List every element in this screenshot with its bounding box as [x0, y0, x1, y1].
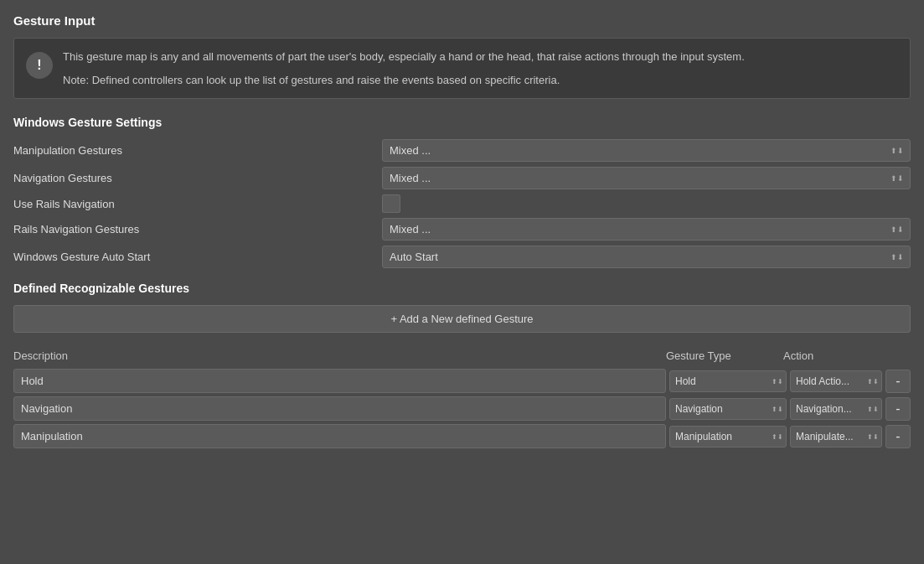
- remove-gesture-button-0[interactable]: -: [885, 370, 911, 393]
- gesture-rows-container: Hold Hold Hold Actio... - Navigation Nav…: [13, 369, 911, 448]
- rails-navigation-gestures-select[interactable]: Mixed ...: [382, 218, 911, 241]
- col-header-description: Description: [13, 349, 663, 362]
- windows-gesture-auto-start-control: Auto Start: [382, 246, 911, 268]
- gesture-action-select-1[interactable]: Navigation...: [790, 398, 882, 420]
- info-text: This gesture map is any and all movement…: [63, 49, 745, 88]
- navigation-gestures-select[interactable]: Mixed ...: [382, 167, 911, 189]
- gesture-type-dropdown-wrapper-1: Navigation: [669, 398, 787, 420]
- table-header: Description Gesture Type Action: [13, 346, 911, 365]
- navigation-gestures-label: Navigation Gestures: [13, 172, 382, 184]
- gesture-description-1: Navigation: [13, 396, 666, 421]
- defined-gestures-title: Defined Recognizable Gestures: [13, 282, 911, 295]
- info-line1: This gesture map is any and all movement…: [63, 49, 745, 65]
- use-rails-navigation-checkbox[interactable]: [382, 194, 400, 213]
- manipulation-gestures-control: Mixed ...: [382, 139, 911, 162]
- rails-navigation-gestures-row: Rails Navigation Gestures Mixed ...: [13, 218, 911, 241]
- manipulation-gestures-label: Manipulation Gestures: [13, 144, 382, 157]
- gesture-description-2: Manipulation: [13, 424, 666, 448]
- windows-gesture-auto-start-dropdown-wrapper: Auto Start: [382, 246, 911, 268]
- info-line2: Note: Defined controllers can look up th…: [63, 72, 745, 89]
- gesture-action-dropdown-wrapper-2: Manipulate...: [790, 426, 882, 448]
- gesture-action-dropdown-wrapper-0: Hold Actio...: [790, 370, 882, 392]
- use-rails-navigation-label: Use Rails Navigation: [13, 198, 382, 210]
- remove-gesture-button-2[interactable]: -: [885, 425, 911, 448]
- info-icon: !: [26, 52, 53, 79]
- gesture-type-select-0[interactable]: Hold: [669, 370, 787, 392]
- manipulation-gestures-select[interactable]: Mixed ...: [382, 139, 911, 162]
- windows-gesture-auto-start-label: Windows Gesture Auto Start: [13, 251, 382, 263]
- manipulation-gestures-dropdown-wrapper: Mixed ...: [382, 139, 911, 162]
- add-gesture-button[interactable]: + Add a New defined Gesture: [13, 305, 911, 333]
- page-title: Gesture Input: [13, 13, 911, 28]
- gesture-type-select-1[interactable]: Navigation: [669, 398, 787, 420]
- rails-navigation-gestures-control: Mixed ...: [382, 218, 911, 241]
- table-row: Manipulation Manipulation Manipulate... …: [13, 424, 911, 448]
- use-rails-navigation-control: [382, 194, 911, 213]
- gesture-type-dropdown-wrapper-0: Hold: [669, 370, 787, 392]
- col-header-gesture-type: Gesture Type: [663, 349, 780, 362]
- windows-gesture-auto-start-row: Windows Gesture Auto Start Auto Start: [13, 246, 911, 268]
- rails-navigation-gestures-dropdown-wrapper: Mixed ...: [382, 218, 911, 241]
- col-header-action: Action: [780, 349, 880, 362]
- gesture-type-select-2[interactable]: Manipulation: [669, 426, 787, 448]
- windows-gesture-settings-title: Windows Gesture Settings: [13, 116, 911, 129]
- info-box: ! This gesture map is any and all moveme…: [13, 38, 911, 99]
- navigation-gestures-dropdown-wrapper: Mixed ...: [382, 167, 911, 189]
- navigation-gestures-row: Navigation Gestures Mixed ...: [13, 167, 911, 189]
- manipulation-gestures-row: Manipulation Gestures Mixed ...: [13, 139, 911, 162]
- gesture-action-select-0[interactable]: Hold Actio...: [790, 370, 882, 392]
- table-row: Navigation Navigation Navigation... -: [13, 396, 911, 421]
- table-row: Hold Hold Hold Actio... -: [13, 369, 911, 393]
- windows-gesture-auto-start-select[interactable]: Auto Start: [382, 246, 911, 268]
- gesture-action-select-2[interactable]: Manipulate...: [790, 426, 882, 448]
- navigation-gestures-control: Mixed ...: [382, 167, 911, 189]
- gesture-action-dropdown-wrapper-1: Navigation...: [790, 398, 882, 420]
- use-rails-navigation-row: Use Rails Navigation: [13, 194, 911, 213]
- gesture-type-dropdown-wrapper-2: Manipulation: [669, 426, 787, 448]
- gesture-description-0: Hold: [13, 369, 666, 393]
- remove-gesture-button-1[interactable]: -: [885, 397, 911, 421]
- rails-navigation-gestures-label: Rails Navigation Gestures: [13, 223, 382, 235]
- main-container: Gesture Input ! This gesture map is any …: [0, 0, 924, 465]
